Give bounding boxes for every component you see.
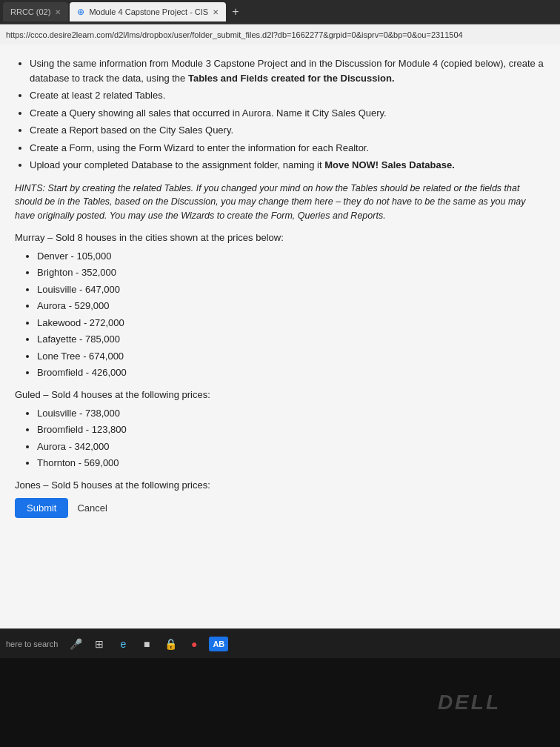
tab-module4-close[interactable]: ✕	[213, 8, 219, 16]
guled-title: Guled – Sold 4 houses at the following p…	[15, 389, 545, 400]
windows-icon[interactable]: ⊞	[90, 635, 108, 653]
instruction-3: Create a Query showing all sales that oc…	[30, 106, 545, 121]
tab-rrcc[interactable]: RRCC (02) ✕	[3, 2, 68, 21]
instruction-6-text: Upload your completed Database to the as…	[30, 159, 455, 170]
browser-chrome: RRCC (02) ✕ ⊕ Module 4 Capstone Project …	[0, 0, 560, 44]
murray-sale-aurora: Aurora - 529,000	[37, 299, 545, 313]
dell-logo: DELL	[438, 691, 501, 714]
tab-rrcc-label: RRCC (02)	[10, 7, 50, 16]
tab-module4-label: Module 4 Capstone Project - CIS	[89, 7, 208, 16]
guled-sale-aurora: Aurora - 342,000	[37, 439, 545, 454]
murray-sale-brighton: Brighton - 352,000	[37, 265, 545, 280]
murray-sale-denver: Denver - 105,000	[37, 249, 545, 264]
form-actions: Submit Cancel	[15, 498, 545, 518]
jones-title: Jones – Sold 5 houses at the following p…	[15, 479, 545, 491]
search-label[interactable]: here to search	[6, 640, 58, 648]
tab-rrcc-close[interactable]: ✕	[55, 8, 61, 16]
url-text: https://ccco.desire2learn.com/d2l/lms/dr…	[6, 30, 463, 39]
guled-sale-louisville: Louisville - 738,000	[37, 406, 545, 421]
instructions-list: Using the same information from Module 3…	[15, 56, 545, 173]
tab-module4-icon: ⊕	[77, 7, 84, 17]
tab-module4[interactable]: ⊕ Module 4 Capstone Project - CIS ✕	[70, 2, 226, 21]
instruction-1-text: Using the same information from Module 3…	[30, 58, 544, 84]
ab-badge[interactable]: AB	[209, 637, 228, 651]
content-area: Using the same information from Module 3…	[0, 44, 560, 628]
edge-icon[interactable]: e	[114, 635, 132, 653]
new-tab-button[interactable]: +	[227, 5, 243, 19]
instruction-1: Using the same information from Module 3…	[30, 56, 545, 85]
guled-sale-broomfield: Broomfield - 123,800	[37, 422, 545, 437]
guled-sales-list: Louisville - 738,000 Broomfield - 123,80…	[15, 406, 545, 471]
instruction-4: Create a Report based on the City Sales …	[30, 123, 545, 138]
hints-paragraph: HINTS: Start by creating the related Tab…	[15, 182, 545, 223]
murray-sales-list: Denver - 105,000 Brighton - 352,000 Loui…	[15, 249, 545, 380]
lock-icon[interactable]: 🔒	[161, 635, 179, 653]
taskbar: here to search 🎤 ⊞ e ■ 🔒 ● AB	[0, 628, 560, 658]
instruction-5: Create a Form, using the Form Wizard to …	[30, 141, 545, 156]
circle-icon[interactable]: ●	[185, 635, 203, 653]
murray-title: Murray – Sold 8 houses in the cities sho…	[15, 232, 545, 243]
tab-bar: RRCC (02) ✕ ⊕ Module 4 Capstone Project …	[0, 0, 560, 24]
murray-sale-broomfield: Broomfield - 426,000	[37, 365, 545, 380]
address-bar[interactable]: https://ccco.desire2learn.com/d2l/lms/dr…	[0, 24, 560, 44]
cancel-link[interactable]: Cancel	[77, 502, 107, 514]
media-icon[interactable]: ■	[138, 635, 156, 653]
murray-sale-lakewood: Lakewood - 272,000	[37, 316, 545, 331]
microphone-icon[interactable]: 🎤	[67, 635, 84, 653]
murray-sale-lafayette: Lafayette - 785,000	[37, 332, 545, 347]
guled-sale-thornton: Thornton - 569,000	[37, 456, 545, 471]
instruction-6: Upload your completed Database to the as…	[30, 158, 545, 173]
instruction-2: Create at least 2 related Tables.	[30, 88, 545, 103]
submit-button[interactable]: Submit	[15, 498, 68, 518]
murray-sale-louisville: Louisville - 647,000	[37, 282, 545, 297]
murray-sale-lonetree: Lone Tree - 674,000	[37, 349, 545, 364]
dell-area: DELL	[0, 658, 560, 747]
